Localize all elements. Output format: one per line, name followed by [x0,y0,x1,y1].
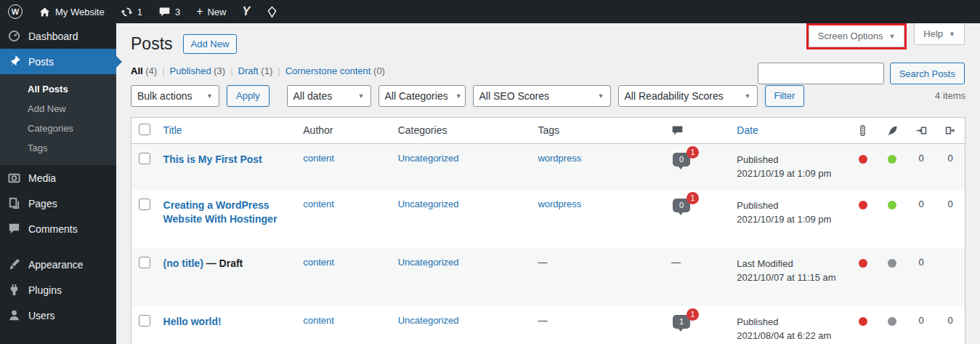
tag-link[interactable]: wordpress [538,153,581,164]
select-all-checkbox[interactable] [139,124,150,135]
search-input[interactable] [758,63,884,84]
all-dates-select[interactable]: All dates▼ [287,85,371,107]
sidebar-label-users: Users [28,310,55,321]
category-link[interactable]: Uncategorized [398,153,459,164]
bulk-actions-select[interactable]: Bulk actions▼ [131,85,219,107]
table-row: Hello world! content Uncategorized — 1 1… [131,306,965,344]
post-date: 2021/08/04 at 6:22 am [737,329,841,343]
sidebar-item-posts[interactable]: Posts [0,49,116,74]
view-separator: | [162,65,164,76]
author-link[interactable]: content [303,315,334,326]
wordpress-menu[interactable]: W [0,0,31,23]
author-link[interactable]: content [303,153,334,164]
table-row: Creating a WordPress Website With Hostin… [131,190,965,248]
view-cornerstone-content[interactable]: Cornerstone content (0) [286,65,385,76]
column-header-title[interactable]: Title [163,124,182,136]
comments-link[interactable]: 3 [150,0,188,23]
search-posts-button[interactable]: Search Posts [890,63,965,84]
view-published[interactable]: Published (3) [170,65,226,76]
diamond-icon [266,6,278,18]
row-checkbox[interactable] [139,315,150,327]
view-draft[interactable]: Draft (1) [238,65,273,76]
submenu-item-all-posts[interactable]: All Posts [0,79,116,99]
submenu-item-categories[interactable]: Categories [0,119,116,138]
no-comments-dash: — [671,257,681,268]
users-icon [7,308,21,322]
sidebar-item-appearance[interactable]: Appearance [0,252,116,277]
no-tags-dash: — [538,315,547,326]
table-header-row: Title Author Categories Tags Date [131,117,965,143]
sidebar-separator [0,241,116,252]
column-header-date[interactable]: Date [737,124,758,136]
comments-bubble[interactable]: 1 1 [673,315,690,329]
updates-link[interactable]: 1 [113,0,150,23]
submenu-item-add-new[interactable]: Add New [0,99,116,119]
sidebar-item-dashboard[interactable]: Dashboard [0,23,116,49]
readability-score-dot [888,201,896,209]
sidebar-item-plugins[interactable]: Plugins [0,277,116,303]
apply-button[interactable]: Apply [227,85,270,107]
post-status: Published [737,153,841,167]
readability-column-icon [886,124,899,137]
internal-links-count: 0 [907,248,936,306]
post-title-link[interactable]: Creating a WordPress Website With Hostin… [163,199,278,225]
category-link[interactable]: Uncategorized [398,199,459,209]
chevron-down-icon: ▼ [455,92,462,100]
comments-column-icon [671,124,684,137]
column-header-categories: Categories [398,124,448,136]
author-link[interactable]: content [303,199,334,209]
add-new-button[interactable]: Add New [183,34,238,54]
category-link[interactable]: Uncategorized [398,257,459,268]
sidebar-label-dashboard: Dashboard [28,31,78,42]
filter-button[interactable]: Filter [765,85,805,107]
post-title-link[interactable]: (no title) [163,257,203,269]
internal-links-count: 0 [907,143,936,190]
sidebar-item-pages[interactable]: Pages [0,191,116,216]
sidebar-item-media[interactable]: Media [0,165,116,191]
chevron-down-icon: ▼ [888,33,895,40]
seo-score-dot [859,317,867,326]
help-button[interactable]: Help ▼ [914,23,965,45]
plus-icon: + [196,5,203,18]
post-title-link[interactable]: Hello world! [163,316,222,327]
yoast-seo-menu[interactable]: Y [235,0,259,23]
plugins-icon [7,283,21,297]
new-label: New [207,7,226,17]
seo-score-dot [859,259,867,268]
sidebar-label-appearance: Appearance [28,259,84,271]
readability-score-dot [888,259,896,268]
outgoing-links-column-icon [944,124,957,137]
category-link[interactable]: Uncategorized [398,315,459,326]
updates-count: 1 [137,7,142,17]
row-checkbox[interactable] [139,153,150,164]
view-all[interactable]: All (4) [131,65,157,76]
readability-scores-select[interactable]: All Readability Scores▼ [618,85,758,107]
submenu-item-tags[interactable]: Tags [0,138,116,158]
sidebar-item-users[interactable]: Users [0,303,116,328]
table-row: This is My First Post content Uncategori… [131,143,965,190]
row-checkbox[interactable] [139,257,150,268]
screen-options-button[interactable]: Screen Options ▼ [809,25,905,47]
author-link[interactable]: content [303,257,334,268]
table-row: (no title) — Draft content Uncategorized… [131,248,965,306]
post-title-link[interactable]: This is My First Post [163,153,262,165]
seo-scores-select[interactable]: All SEO Scores▼ [473,85,611,107]
admin-sidebar: Dashboard Posts All Posts Add New Catego… [0,23,116,344]
site-name-link[interactable]: My Website [31,0,113,23]
all-categories-select[interactable]: All Categories▼ [378,85,466,107]
row-checkbox[interactable] [139,199,150,210]
tag-link[interactable]: wordpress [538,199,581,209]
new-content-link[interactable]: + New [188,0,234,23]
home-icon [39,6,51,18]
chevron-down-icon: ▼ [358,92,365,100]
post-status: Published [737,315,841,329]
comments-bubble[interactable]: 0 1 [673,153,690,167]
theme-builder-menu[interactable] [258,0,286,23]
pages-icon [7,196,21,210]
appearance-icon [7,257,21,271]
pushpin-icon [7,55,21,68]
pending-comments-badge: 1 [687,192,699,204]
sidebar-item-comments[interactable]: Comments [0,216,116,241]
sidebar-label-posts: Posts [28,56,54,68]
comments-bubble[interactable]: 0 1 [673,199,690,212]
